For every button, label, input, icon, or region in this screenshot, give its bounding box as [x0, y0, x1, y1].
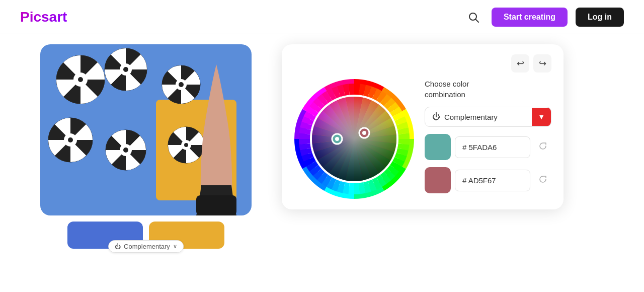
svg-point-18 — [123, 148, 128, 153]
search-icon — [467, 11, 479, 23]
svg-point-15 — [68, 137, 73, 142]
choose-label: Choose color combination — [425, 79, 551, 100]
header-right: Start creating Log in — [463, 7, 624, 27]
search-button[interactable] — [463, 7, 484, 27]
svg-point-24 — [312, 97, 396, 181]
logo: Picsart — [20, 9, 67, 25]
chevron-down-icon: ∨ — [173, 243, 177, 250]
start-creating-button[interactable]: Start creating — [492, 8, 568, 27]
image-card — [40, 44, 252, 215]
chevron-down-icon: ▼ — [538, 113, 545, 121]
spiral-decoration — [40, 44, 252, 215]
panel-body: (function() { const svg = document.curre… — [294, 79, 551, 199]
controls-area: Choose color combination ⏻ Complementary… — [425, 79, 551, 193]
complement-color-swatch[interactable] — [425, 167, 451, 193]
undo-button[interactable]: ↩ — [511, 54, 529, 72]
wheel-handle-1-center — [335, 137, 339, 141]
base-color-swatch[interactable] — [425, 134, 451, 160]
combo-select-icon: ⏻ — [432, 112, 440, 121]
base-color-refresh-button[interactable] — [534, 137, 551, 157]
main-content: ⏻ Complementary ∨ ↩ ↪ — [0, 34, 644, 292]
combo-select-inner: ⏻ Complementary — [425, 107, 532, 126]
inner-disc-colors: (function() { const svg = document.curre… — [312, 97, 396, 181]
login-button[interactable]: Log in — [576, 8, 624, 27]
refresh-icon — [538, 175, 547, 184]
undo-icon: ↩ — [517, 58, 524, 69]
color-wheel-container[interactable]: (function() { const svg = document.curre… — [294, 79, 415, 199]
redo-button[interactable]: ↪ — [533, 54, 551, 72]
combo-label-text: Complementary — [124, 243, 170, 250]
header: Picsart Start creating Log in — [0, 0, 644, 34]
svg-rect-22 — [196, 195, 236, 215]
color-wheel-svg[interactable]: (function() { const svg = document.curre… — [294, 79, 415, 199]
combo-label[interactable]: ⏻ Complementary ∨ — [108, 240, 184, 253]
base-color-input[interactable] — [455, 136, 530, 158]
complement-color-refresh-button[interactable] — [534, 171, 551, 190]
left-panel: ⏻ Complementary ∨ — [40, 44, 252, 249]
combo-icon: ⏻ — [115, 243, 121, 250]
complement-color-row — [425, 167, 551, 193]
refresh-icon — [538, 141, 547, 151]
combo-select[interactable]: ⏻ Complementary ▼ — [425, 107, 551, 127]
complement-color-input[interactable] — [455, 170, 530, 191]
swatches-row: ⏻ Complementary ∨ — [67, 222, 224, 249]
wheel-handle-2-center — [362, 131, 366, 135]
svg-line-1 — [475, 19, 478, 22]
combo-select-value: Complementary — [444, 113, 498, 121]
svg-point-9 — [123, 67, 128, 72]
panel-toolbar: ↩ ↪ — [294, 54, 551, 72]
base-color-row — [425, 134, 551, 160]
combo-dropdown-button[interactable]: ▼ — [532, 108, 551, 126]
svg-point-21 — [184, 143, 188, 147]
base-color-input-wrap — [455, 136, 530, 158]
svg-point-12 — [179, 82, 184, 87]
redo-icon: ↪ — [539, 58, 546, 69]
color-panel: ↩ ↪ — [282, 44, 564, 209]
complement-color-input-wrap — [455, 170, 530, 191]
